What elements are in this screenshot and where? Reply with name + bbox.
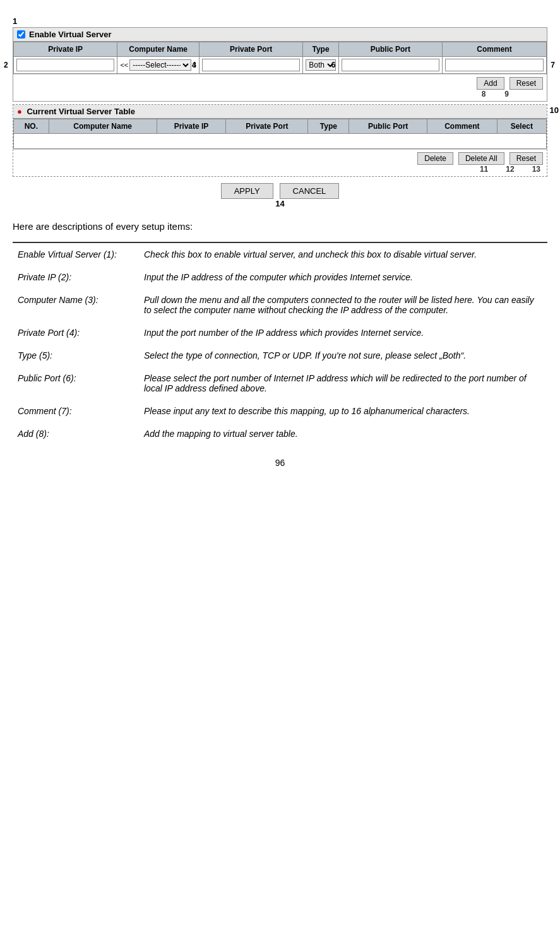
table-reset-button[interactable]: Reset	[509, 152, 543, 165]
col-ct-type: Type	[308, 119, 349, 134]
current-table-title: ● Current Virtual Server Table	[13, 105, 547, 119]
private-ip-input[interactable]	[16, 59, 114, 71]
col-ct-private-ip: Private IP	[157, 119, 226, 134]
reset-button[interactable]: Reset	[509, 77, 543, 90]
col-ct-computer-name: Computer Name	[49, 119, 157, 134]
current-table-section: ● Current Virtual Server Table NO. Compu…	[13, 104, 547, 177]
num4-label: 4	[192, 61, 196, 69]
num11-13-row: 11 12 13	[13, 165, 547, 174]
add-button[interactable]: Add	[477, 77, 504, 90]
num1-label: 1	[13, 16, 547, 26]
num12-label: 12	[506, 165, 514, 174]
enable-label: Enable Virtual Server	[29, 30, 112, 39]
col-private-port: Private Port	[199, 42, 302, 57]
desc-text: Input the IP address of the computer whi…	[139, 266, 547, 289]
desc-row: Private Port (4): Input the port number …	[13, 321, 547, 344]
computer-name-select[interactable]: -----Select------	[129, 59, 191, 71]
col-ct-public-port: Public Port	[349, 119, 427, 134]
col-computer-name: Computer Name	[117, 42, 200, 57]
num14-label: 14	[13, 199, 547, 208]
desc-term: Enable Virtual Server (1):	[13, 242, 139, 266]
desc-row: Type (5): Select the type of connection,…	[13, 344, 547, 367]
num10-label: 10	[550, 105, 559, 115]
desc-text: Add the mapping to virtual server table.	[139, 422, 547, 445]
desc-term: Computer Name (3):	[13, 289, 139, 321]
apply-button[interactable]: APPLY	[221, 183, 273, 199]
bullet-icon: ●	[17, 107, 22, 116]
desc-row: Add (8): Add the mapping to virtual serv…	[13, 422, 547, 445]
col-ct-select: Select	[497, 119, 546, 134]
desc-row: Enable Virtual Server (1): Check this bo…	[13, 242, 547, 266]
select-arrow-left: <<	[120, 61, 128, 69]
col-ct-comment: Comment	[427, 119, 497, 134]
desc-text: Please select the port number of Interne…	[139, 367, 547, 400]
desc-text: Input the port number of the IP address …	[139, 321, 547, 344]
num6-label: 6	[331, 61, 336, 69]
desc-term: Public Port (6):	[13, 367, 139, 400]
comment-input[interactable]	[445, 59, 544, 71]
num2-label: 2	[4, 61, 8, 69]
desc-text: Check this box to enable virtual server,…	[139, 242, 547, 266]
virtual-server-panel: Enable Virtual Server Private IP Compute…	[13, 27, 547, 102]
desc-row: Private IP (2): Input the IP address of …	[13, 266, 547, 289]
desc-table: Enable Virtual Server (1): Check this bo…	[13, 242, 547, 445]
delete-button[interactable]: Delete	[417, 152, 453, 165]
desc-row: Computer Name (3): Pull down the menu an…	[13, 289, 547, 321]
desc-text: Pull down the menu and all the computers…	[139, 289, 547, 321]
desc-text: Please input any text to describe this m…	[139, 400, 547, 422]
desc-term: Private IP (2):	[13, 266, 139, 289]
description-section: Here are descriptions of every setup ite…	[13, 221, 547, 445]
desc-term: Type (5):	[13, 344, 139, 367]
num7-label: 7	[551, 61, 555, 69]
col-type: Type	[303, 42, 338, 57]
current-table-wrapper: 10 ● Current Virtual Server Table NO. Co…	[13, 104, 547, 177]
num13-label: 13	[532, 165, 540, 174]
enable-checkbox[interactable]	[17, 30, 25, 39]
desc-row: Public Port (6): Please select the port …	[13, 367, 547, 400]
desc-text: Select the type of connection, TCP or UD…	[139, 344, 547, 367]
delete-all-button[interactable]: Delete All	[458, 152, 504, 165]
desc-term: Comment (7):	[13, 400, 139, 422]
page-number: 96	[13, 458, 547, 468]
num8-label: 8	[482, 90, 486, 98]
desc-term: Add (8):	[13, 422, 139, 445]
public-port-input[interactable]	[342, 59, 439, 71]
desc-term: Private Port (4):	[13, 321, 139, 344]
num11-label: 11	[480, 165, 488, 174]
col-ct-private-port: Private Port	[226, 119, 308, 134]
private-port-input[interactable]	[202, 59, 300, 71]
num9-label: 9	[504, 90, 509, 98]
col-comment: Comment	[442, 42, 546, 57]
empty-data-row	[14, 134, 547, 149]
enable-row: Enable Virtual Server	[13, 28, 547, 42]
cancel-button[interactable]: CANCEL	[280, 183, 340, 199]
num8-9-row: 8 9	[13, 90, 547, 98]
desc-row: Comment (7): Please input any text to de…	[13, 400, 547, 422]
desc-intro: Here are descriptions of every setup ite…	[13, 221, 547, 232]
col-no: NO.	[14, 119, 49, 134]
form-input-row: 2 << -----Select------ 3 4	[14, 57, 547, 74]
col-public-port: Public Port	[338, 42, 442, 57]
current-data-table: NO. Computer Name Private IP Private Por…	[13, 119, 547, 149]
col-private-ip: Private IP	[14, 42, 117, 57]
form-table: Private IP Computer Name Private Port Ty…	[13, 42, 547, 74]
